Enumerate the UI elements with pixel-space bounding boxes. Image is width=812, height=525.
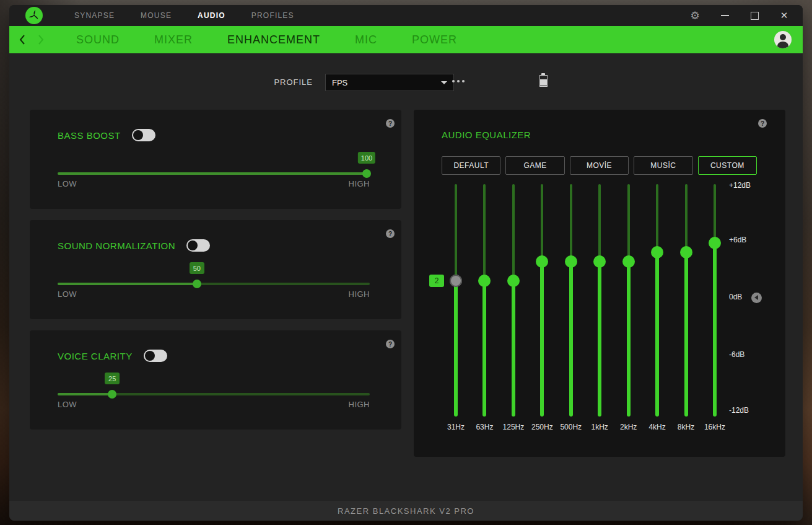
window-controls: ⚙ ✕ bbox=[686, 7, 803, 24]
eq-drag-value-badge: 2 bbox=[429, 275, 444, 287]
avatar[interactable] bbox=[774, 31, 792, 48]
maximize-button[interactable] bbox=[746, 7, 763, 24]
voice-clarity-value-badge: 25 bbox=[105, 373, 120, 384]
scale-label-0db: 0dB bbox=[729, 293, 742, 301]
bass-boost-slider[interactable]: 100LOWHIGH bbox=[58, 152, 370, 190]
sub-navigation-bar: SOUNDMIXERENHANCEMENTMICPOWER bbox=[9, 26, 803, 53]
equalizer-title: AUDIO EQUALIZER bbox=[442, 130, 531, 140]
bass-boost-card: BASS BOOST?100LOWHIGH bbox=[30, 110, 401, 209]
equalizer-frequency-labels: 31Hz63Hz125Hz250Hz500Hz1kHz2kHz4kHz8kHz1… bbox=[414, 423, 785, 433]
titlebar-tabs: SYNAPSEMOUSEAUDIOPROFILES bbox=[61, 5, 307, 26]
freq-label-31hz: 31Hz bbox=[447, 423, 465, 431]
equalizer-presets: DEFAULTGAMEMOVİEMUSİCCUSTOM bbox=[442, 156, 757, 175]
nav-tab-mic[interactable]: MIC bbox=[338, 26, 395, 53]
footer-bar: RAZER BLACKSHARK V2 PRO bbox=[9, 501, 803, 521]
eq-slider-2khz[interactable] bbox=[622, 255, 635, 268]
freq-label-4khz: 4kHz bbox=[648, 423, 665, 431]
preset-default[interactable]: DEFAULT bbox=[442, 156, 500, 175]
help-icon[interactable]: ? bbox=[386, 119, 395, 128]
scale-label-12db: +12dB bbox=[729, 181, 751, 190]
freq-label-16khz: 16kHz bbox=[704, 423, 725, 431]
minimize-icon bbox=[721, 15, 729, 16]
sound-normalization-title: SOUND NORMALIZATION bbox=[58, 240, 175, 251]
sound-normalization-max-label: HIGH bbox=[349, 289, 370, 299]
sound-normalization-slider[interactable]: 50LOWHIGH bbox=[58, 262, 370, 301]
bass-boost-max-label: HIGH bbox=[349, 179, 370, 188]
nav-tab-mixer[interactable]: MIXER bbox=[137, 26, 210, 53]
nav-tab-enhancement[interactable]: ENHANCEMENT bbox=[210, 26, 338, 53]
voice-clarity-slider-knob[interactable] bbox=[108, 390, 116, 399]
audio-section-tabs: SOUNDMIXERENHANCEMENTMICPOWER bbox=[59, 26, 474, 53]
eq-slider-63hz[interactable] bbox=[478, 275, 491, 287]
freq-label-8khz: 8kHz bbox=[678, 423, 694, 431]
sound-normalization-value-badge: 50 bbox=[190, 262, 204, 274]
sound-normalization-min-label: LOW bbox=[58, 289, 77, 299]
nav-tab-sound[interactable]: SOUND bbox=[59, 26, 137, 53]
scale-label-12db: -12dB bbox=[729, 406, 749, 415]
equalizer-plot: 2+12dB+6dB0dB-6dB-12dB bbox=[414, 184, 785, 417]
avatar-person-icon bbox=[780, 34, 786, 40]
forward-arrow-icon[interactable] bbox=[32, 30, 50, 49]
titlebar-tab-audio[interactable]: AUDIO bbox=[185, 5, 238, 26]
eq-slider-16khz[interactable] bbox=[709, 237, 721, 249]
eq-slider-8khz[interactable] bbox=[680, 246, 692, 258]
eq-slider-500hz[interactable] bbox=[565, 255, 577, 268]
titlebar-tab-profiles[interactable]: PROFILES bbox=[238, 5, 307, 26]
freq-label-500hz: 500Hz bbox=[560, 423, 582, 431]
close-button[interactable]: ✕ bbox=[775, 7, 793, 24]
more-options-icon[interactable] bbox=[452, 80, 465, 82]
help-icon[interactable]: ? bbox=[758, 119, 767, 128]
eq-slider-1khz[interactable] bbox=[593, 255, 606, 268]
freq-label-2khz: 2kHz bbox=[620, 423, 637, 431]
freq-label-250hz: 250Hz bbox=[531, 423, 553, 431]
help-icon[interactable]: ? bbox=[386, 229, 395, 238]
voice-clarity-toggle[interactable] bbox=[144, 350, 167, 362]
reset-chevron-left-icon[interactable] bbox=[751, 293, 762, 303]
sound-normalization-toggle[interactable] bbox=[186, 239, 210, 252]
preset-game[interactable]: GAME bbox=[505, 156, 564, 175]
profile-label: PROFILE bbox=[273, 77, 313, 87]
bass-boost-toggle[interactable] bbox=[132, 129, 155, 141]
bass-boost-value-badge: 100 bbox=[358, 152, 375, 164]
device-name: RAZER BLACKSHARK V2 PRO bbox=[338, 506, 474, 516]
bass-boost-slider-knob[interactable] bbox=[362, 169, 371, 178]
synapse-window: SYNAPSEMOUSEAUDIOPROFILES ⚙ ✕ SOUNDMIXER… bbox=[9, 5, 803, 521]
help-icon[interactable]: ? bbox=[386, 340, 395, 348]
preset-movi-e[interactable]: MOVİE bbox=[570, 156, 629, 175]
voice-clarity-min-label: LOW bbox=[58, 400, 77, 409]
settings-gear-icon[interactable]: ⚙ bbox=[686, 7, 704, 24]
sound-normalization-slider-knob[interactable] bbox=[193, 280, 201, 288]
profile-selected-value: FPS bbox=[332, 78, 347, 87]
titlebar-tab-mouse[interactable]: MOUSE bbox=[128, 5, 185, 26]
razer-logo-icon[interactable] bbox=[25, 7, 43, 24]
titlebar: SYNAPSEMOUSEAUDIOPROFILES ⚙ ✕ bbox=[9, 5, 803, 26]
preset-custom[interactable]: CUSTOM bbox=[698, 156, 757, 175]
eq-slider-4khz[interactable] bbox=[651, 246, 663, 258]
sound-normalization-card: SOUND NORMALIZATION?50LOWHIGH bbox=[30, 220, 401, 319]
razer-triskelion-icon bbox=[28, 9, 40, 22]
eq-slider-250hz[interactable] bbox=[536, 255, 548, 268]
eq-slider-125hz[interactable] bbox=[507, 275, 520, 287]
bass-boost-min-label: LOW bbox=[58, 179, 77, 188]
voice-clarity-card: VOICE CLARITY?25LOWHIGH bbox=[30, 330, 401, 430]
minimize-button[interactable] bbox=[716, 7, 733, 24]
nav-tab-power[interactable]: POWER bbox=[395, 26, 474, 53]
freq-label-1khz: 1kHz bbox=[592, 423, 608, 431]
battery-icon bbox=[539, 73, 548, 87]
back-arrow-icon[interactable] bbox=[13, 30, 32, 49]
scale-label-6db: +6dB bbox=[729, 236, 746, 244]
freq-label-125hz: 125Hz bbox=[503, 423, 525, 431]
titlebar-tab-synapse[interactable]: SYNAPSE bbox=[61, 5, 128, 26]
scale-label-6db: -6dB bbox=[729, 350, 744, 359]
voice-clarity-max-label: HIGH bbox=[349, 400, 370, 409]
eq-slider-31hz[interactable] bbox=[450, 275, 462, 287]
voice-clarity-slider[interactable]: 25LOWHIGH bbox=[58, 373, 370, 411]
chevron-down-icon bbox=[441, 81, 447, 84]
preset-musi-c[interactable]: MUSİC bbox=[634, 156, 692, 175]
profile-dropdown[interactable]: FPS bbox=[325, 74, 454, 91]
main-content: PROFILE FPS BASS BOOST?100LOWHIGHSOUND N… bbox=[9, 53, 803, 501]
freq-label-63hz: 63Hz bbox=[476, 423, 493, 431]
audio-equalizer-card: AUDIO EQUALIZER ? DEFAULTGAMEMOVİEMUSİCC… bbox=[414, 110, 785, 457]
maximize-icon bbox=[751, 12, 759, 20]
voice-clarity-title: VOICE CLARITY bbox=[58, 351, 133, 361]
